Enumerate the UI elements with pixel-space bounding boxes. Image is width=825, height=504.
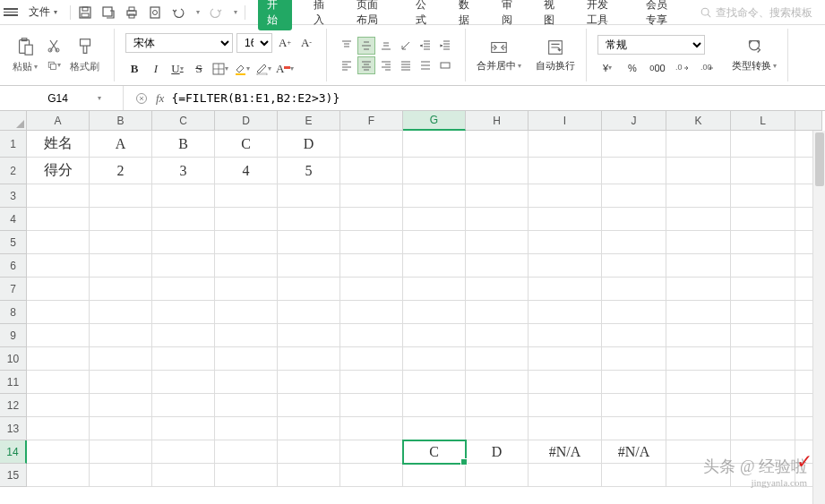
align-middle-icon[interactable] [357,37,375,55]
cell[interactable] [403,464,466,487]
save-icon[interactable] [78,5,92,20]
cell[interactable] [602,231,666,254]
row-header[interactable]: 3 [0,184,27,208]
comma-icon[interactable]: 000 [648,60,667,76]
cell[interactable] [466,231,529,254]
cell[interactable] [340,394,403,417]
cell[interactable] [466,417,529,440]
cell[interactable]: D [466,440,529,464]
cell[interactable] [27,208,90,231]
print-icon[interactable] [125,5,139,20]
column-header[interactable]: A [27,111,90,131]
cell[interactable] [27,464,90,487]
vertical-scrollbar[interactable] [812,131,825,487]
tab-formulas[interactable]: 公式 [410,0,437,31]
merge-center-button[interactable]: 合并居中▾ [473,29,525,81]
cell[interactable] [215,440,278,464]
cell[interactable] [90,278,152,301]
cell[interactable] [529,347,602,371]
cell[interactable]: 3 [152,158,215,184]
distribute-icon[interactable] [417,56,434,74]
cell[interactable] [666,464,731,487]
cell[interactable] [602,464,666,487]
cell[interactable] [602,371,666,394]
cell[interactable] [529,394,602,417]
cell[interactable] [466,278,529,301]
cell[interactable] [152,371,215,394]
cell[interactable] [731,417,795,440]
paste-button[interactable]: 粘贴▾ [9,35,41,75]
cell[interactable] [602,254,666,278]
font-color-button[interactable]: A▾ [276,60,294,78]
cell[interactable] [215,394,278,417]
cell[interactable] [340,301,403,324]
copy-icon[interactable]: ▾ [47,58,61,73]
cell[interactable] [152,417,215,440]
cell[interactable] [731,394,795,417]
cell[interactable] [602,417,666,440]
cell[interactable] [731,158,795,184]
cell[interactable] [27,324,90,347]
cell[interactable] [666,371,731,394]
justify-icon[interactable] [397,56,415,74]
cell[interactable] [403,254,466,278]
cell[interactable] [215,208,278,231]
cell[interactable] [466,131,529,158]
cell[interactable] [529,254,602,278]
cell[interactable] [278,324,340,347]
cell[interactable] [340,371,403,394]
increase-decimal-icon[interactable]: .00 [698,60,718,76]
cell[interactable] [403,231,466,254]
cell[interactable] [278,184,340,208]
cell[interactable] [466,184,529,208]
cancel-icon[interactable] [134,91,149,106]
cell[interactable] [529,417,602,440]
chevron-down-icon[interactable]: ▾ [234,8,237,16]
chevron-down-icon[interactable]: ▾ [196,8,200,16]
cell[interactable] [466,301,529,324]
cell[interactable] [27,394,90,417]
cell[interactable] [340,184,403,208]
cell[interactable] [731,324,795,347]
tab-developer[interactable]: 开发工具 [581,0,624,31]
cell[interactable] [602,131,666,158]
fx-icon[interactable]: fx [156,91,164,106]
cell[interactable] [90,231,152,254]
cell[interactable] [27,371,90,394]
formula-input[interactable] [171,91,825,105]
align-left-icon[interactable] [338,56,356,74]
cell[interactable] [403,158,466,184]
cell[interactable] [278,347,340,371]
cell[interactable] [731,371,795,394]
decrease-decimal-icon[interactable]: .0 [673,60,692,76]
cell[interactable] [529,278,602,301]
cell[interactable] [90,440,152,464]
cell[interactable] [731,254,795,278]
cell[interactable] [466,347,529,371]
tab-page-layout[interactable]: 页面布局 [351,0,394,31]
cell[interactable] [215,231,278,254]
save-as-icon[interactable] [101,5,116,20]
strikethrough-button[interactable]: S [190,60,208,78]
cell[interactable] [403,131,466,158]
cell[interactable] [602,278,666,301]
cell[interactable] [403,184,466,208]
cell[interactable] [152,208,215,231]
cell[interactable] [466,254,529,278]
cell[interactable] [602,324,666,347]
cell[interactable] [666,324,731,347]
cell[interactable] [278,371,340,394]
decrease-font-icon[interactable]: A- [297,34,315,52]
cell[interactable] [90,394,152,417]
column-header[interactable]: H [466,111,529,131]
cell[interactable] [666,301,731,324]
align-top-icon[interactable] [338,37,356,55]
name-box[interactable]: ▾ [0,86,124,110]
percent-icon[interactable]: % [623,60,642,76]
currency-icon[interactable]: ¥▾ [597,60,617,76]
cell[interactable] [90,208,152,231]
cell[interactable] [340,254,403,278]
cell[interactable] [278,417,340,440]
align-right-icon[interactable] [377,56,395,74]
tab-insert[interactable]: 插入 [308,0,335,31]
